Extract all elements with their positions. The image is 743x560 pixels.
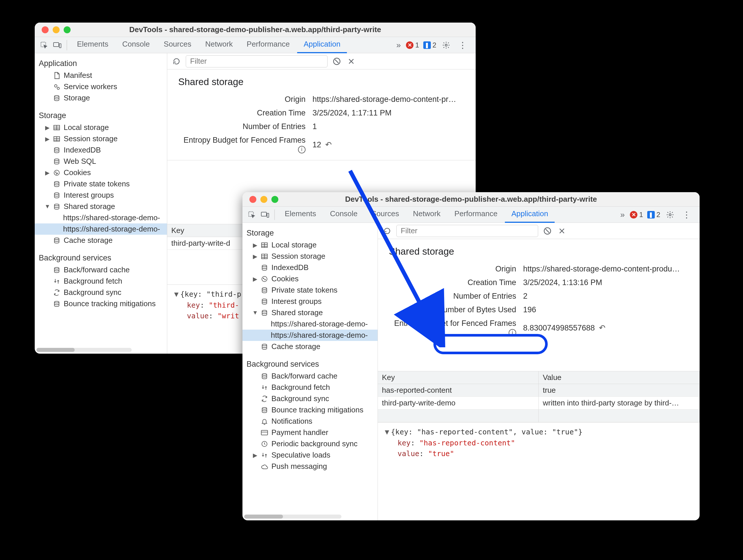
close-icon[interactable] bbox=[557, 226, 567, 236]
errors-badge[interactable]: ✕1 bbox=[630, 211, 643, 219]
sidebar-item-shared-storage[interactable]: ▼Shared storage bbox=[35, 201, 167, 212]
tab-elements[interactable]: Elements bbox=[278, 206, 322, 223]
column-value[interactable]: Value bbox=[539, 371, 700, 384]
sidebar-item-notifications[interactable]: ▶Notifications bbox=[243, 416, 378, 427]
sidebar-item-shared-origin-1[interactable]: https://shared-storage-demo- bbox=[35, 212, 167, 223]
sidebar-item-websql[interactable]: ▶Web SQL bbox=[35, 156, 167, 167]
sidebar-item-payment[interactable]: ▶Payment handler bbox=[243, 427, 378, 438]
tab-sources[interactable]: Sources bbox=[365, 206, 405, 223]
device-icon[interactable] bbox=[51, 39, 63, 51]
info-count: 2 bbox=[433, 41, 436, 49]
sidebar-item-cache-storage[interactable]: ▶Cache storage bbox=[243, 341, 378, 352]
sidebar-item-private-tokens[interactable]: ▶Private state tokens bbox=[35, 178, 167, 189]
refresh-icon[interactable] bbox=[171, 56, 182, 67]
expand-icon[interactable]: ▶ bbox=[45, 124, 50, 131]
sidebar-item-periodic-sync[interactable]: ▶Periodic background sync bbox=[243, 438, 378, 449]
sidebar-item-cookies[interactable]: ▶Cookies bbox=[35, 167, 167, 178]
sidebar-item-local-storage[interactable]: ▶Local storage bbox=[243, 239, 378, 251]
expand-icon[interactable]: ▶ bbox=[252, 452, 258, 459]
sidebar-item-bg-fetch[interactable]: ▶Background fetch bbox=[243, 382, 378, 393]
expand-icon[interactable]: ▶ bbox=[45, 135, 50, 142]
device-icon[interactable] bbox=[259, 209, 271, 220]
settings-gear-icon[interactable] bbox=[664, 209, 676, 220]
sidebar-item-interest-groups[interactable]: ▶Interest groups bbox=[243, 296, 378, 307]
sidebar-item-private-tokens[interactable]: ▶Private state tokens bbox=[243, 285, 378, 296]
sidebar-item-manifest[interactable]: ▶Manifest bbox=[35, 70, 167, 81]
settings-gear-icon[interactable] bbox=[440, 39, 452, 51]
tab-performance[interactable]: Performance bbox=[448, 206, 504, 223]
kebab-menu-icon[interactable]: ⋮ bbox=[456, 40, 469, 50]
tab-network[interactable]: Network bbox=[199, 37, 239, 53]
tab-elements[interactable]: Elements bbox=[71, 37, 115, 53]
tab-application[interactable]: Application bbox=[505, 206, 554, 223]
sidebar-item-speculative[interactable]: ▶Speculative loads bbox=[243, 449, 378, 461]
table-cell[interactable]: true bbox=[539, 384, 700, 397]
filter-input[interactable] bbox=[186, 55, 327, 68]
clock-icon bbox=[260, 440, 268, 447]
sidebar-item-interest-groups[interactable]: ▶Interest groups bbox=[35, 189, 167, 201]
grid-icon bbox=[53, 124, 61, 131]
expand-icon[interactable]: ▶ bbox=[252, 275, 258, 283]
sidebar-item-shared-origin-1[interactable]: https://shared-storage-demo- bbox=[243, 318, 378, 330]
sidebar-item-shared-origin-2[interactable]: https://shared-storage-demo- bbox=[243, 330, 378, 341]
sidebar-item-bounce[interactable]: ▶Bounce tracking mitigations bbox=[35, 298, 167, 309]
sidebar-item-bfcache[interactable]: ▶Back/forward cache bbox=[35, 264, 167, 275]
tab-network[interactable]: Network bbox=[406, 206, 447, 223]
sidebar-item-session-storage[interactable]: ▶Session storage bbox=[243, 251, 378, 262]
sidebar-item-session-storage[interactable]: ▶Session storage bbox=[35, 133, 167, 144]
errors-badge[interactable]: ✕ 1 bbox=[406, 41, 419, 49]
sidebar-item-cache-storage[interactable]: ▶Cache storage bbox=[35, 235, 167, 246]
column-key[interactable]: Key bbox=[378, 371, 539, 384]
sidebar-item-service-workers[interactable]: ▶Service workers bbox=[35, 81, 167, 92]
collapse-icon[interactable]: ▼ bbox=[252, 309, 258, 316]
more-tabs-icon[interactable]: » bbox=[393, 41, 404, 50]
fetch-icon bbox=[53, 278, 61, 285]
expand-icon[interactable]: ▶ bbox=[252, 242, 258, 249]
close-icon[interactable] bbox=[346, 56, 356, 67]
table-cell[interactable]: written into third-party storage by thir… bbox=[539, 397, 700, 410]
sidebar-item-indexeddb[interactable]: ▶IndexedDB bbox=[243, 262, 378, 273]
kebab-menu-icon[interactable]: ⋮ bbox=[680, 210, 693, 220]
tab-performance[interactable]: Performance bbox=[241, 37, 296, 53]
more-tabs-icon[interactable]: » bbox=[617, 210, 628, 219]
sync-icon bbox=[53, 289, 61, 296]
inspect-icon[interactable] bbox=[246, 209, 258, 220]
sidebar-item-shared-storage[interactable]: ▼Shared storage bbox=[243, 307, 378, 318]
info-badge[interactable]: ❚2 bbox=[647, 211, 660, 219]
sidebar-item-cookies[interactable]: ▶Cookies bbox=[243, 273, 378, 285]
sidebar-item-shared-origin-2[interactable]: https://shared-storage-demo- bbox=[35, 223, 167, 235]
undo-icon[interactable]: ↶ bbox=[599, 324, 606, 332]
tab-console[interactable]: Console bbox=[323, 206, 364, 223]
info-icon[interactable]: i bbox=[509, 329, 516, 337]
table-cell[interactable]: third-party-write-demo bbox=[378, 397, 539, 410]
refresh-icon[interactable] bbox=[382, 226, 392, 236]
sidebar-item-bg-sync[interactable]: ▶Background sync bbox=[243, 393, 378, 404]
summary: {key: "third-p bbox=[180, 289, 241, 300]
sidebar-item-indexeddb[interactable]: ▶IndexedDB bbox=[35, 144, 167, 156]
expand-icon[interactable]: ▶ bbox=[252, 253, 258, 260]
sidebar-item-storage[interactable]: ▶Storage bbox=[35, 92, 167, 103]
sidebar-item-bg-sync[interactable]: ▶Background sync bbox=[35, 287, 167, 298]
sidebar-scrollbar[interactable] bbox=[244, 515, 341, 519]
tab-console[interactable]: Console bbox=[116, 37, 156, 53]
sidebar-item-bounce[interactable]: ▶Bounce tracking mitigations bbox=[243, 404, 378, 416]
collapse-icon[interactable]: ▼ bbox=[45, 203, 50, 210]
clear-icon[interactable] bbox=[332, 56, 342, 67]
undo-icon[interactable]: ↶ bbox=[325, 140, 332, 149]
collapse-icon[interactable]: ▼ bbox=[174, 289, 178, 300]
inspect-icon[interactable] bbox=[38, 39, 50, 51]
sidebar-item-bg-fetch[interactable]: ▶Background fetch bbox=[35, 275, 167, 287]
info-icon[interactable]: i bbox=[298, 146, 306, 154]
expand-icon[interactable]: ▶ bbox=[45, 169, 50, 176]
sidebar-scrollbar[interactable] bbox=[37, 348, 132, 352]
filter-input[interactable] bbox=[396, 225, 538, 237]
tab-application[interactable]: Application bbox=[297, 37, 347, 53]
clear-icon[interactable] bbox=[542, 226, 553, 236]
tab-sources[interactable]: Sources bbox=[158, 37, 198, 53]
sidebar-item-push[interactable]: ▶Push messaging bbox=[243, 461, 378, 472]
sidebar-item-local-storage[interactable]: ▶Local storage bbox=[35, 122, 167, 133]
sidebar-item-bfcache[interactable]: ▶Back/forward cache bbox=[243, 371, 378, 382]
table-cell[interactable]: has-reported-content bbox=[378, 384, 539, 397]
info-badge[interactable]: ❚ 2 bbox=[423, 41, 436, 49]
collapse-icon[interactable]: ▼ bbox=[385, 427, 389, 438]
